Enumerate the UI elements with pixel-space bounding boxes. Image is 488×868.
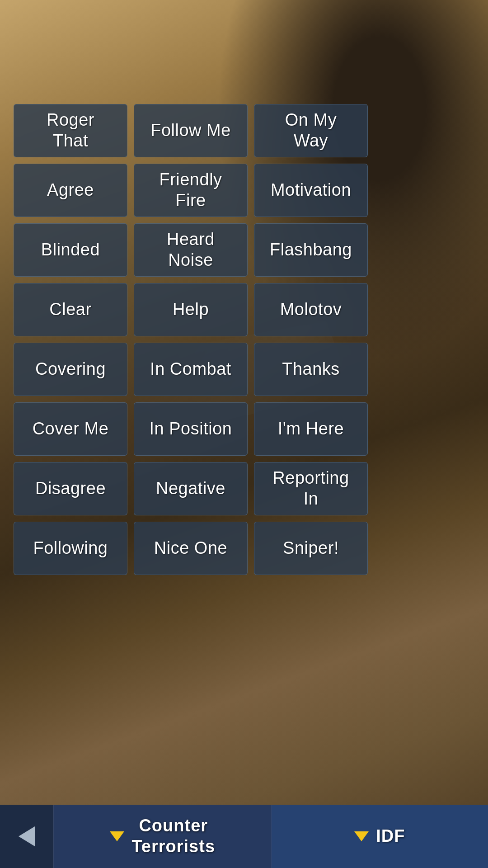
button-agree[interactable]: Agree (14, 164, 127, 217)
team-idf-button[interactable]: IDF (272, 805, 488, 868)
button-clear[interactable]: Clear (14, 283, 127, 336)
team-ct-label: CounterTerrorists (131, 816, 215, 857)
button-cover-me[interactable]: Cover Me (14, 402, 127, 456)
button-reporting-in[interactable]: ReportingIn (254, 462, 368, 515)
button-flashbang[interactable]: Flashbang (254, 223, 368, 277)
button-disagree[interactable]: Disagree (14, 462, 127, 515)
button-motivation[interactable]: Motivation (254, 164, 368, 217)
team-idf-label: IDF (376, 826, 405, 847)
back-arrow-icon (19, 826, 35, 846)
button-blinded[interactable]: Blinded (14, 223, 127, 277)
button-thanks[interactable]: Thanks (254, 343, 368, 396)
button-negative[interactable]: Negative (134, 462, 248, 515)
button-molotov[interactable]: Molotov (254, 283, 368, 336)
button-in-combat[interactable]: In Combat (134, 343, 248, 396)
bottom-bar: CounterTerrorists IDF (0, 805, 488, 868)
button-following[interactable]: Following (14, 522, 127, 575)
idf-dropdown-icon (354, 831, 369, 841)
button-sniper[interactable]: Sniper! (254, 522, 368, 575)
button-heard-noise[interactable]: HeardNoise (134, 223, 248, 277)
back-button[interactable] (0, 805, 54, 868)
button-in-position[interactable]: In Position (134, 402, 248, 456)
button-friendly-fire[interactable]: FriendlyFire (134, 164, 248, 217)
button-covering[interactable]: Covering (14, 343, 127, 396)
button-help[interactable]: Help (134, 283, 248, 336)
button-nice-one[interactable]: Nice One (134, 522, 248, 575)
button-roger-that[interactable]: RogerThat (14, 104, 127, 157)
button-im-here[interactable]: I'm Here (254, 402, 368, 456)
button-on-my-way[interactable]: On MyWay (254, 104, 368, 157)
ct-dropdown-icon (110, 831, 124, 841)
button-follow-me[interactable]: Follow Me (134, 104, 248, 157)
command-buttons-grid: RogerThat Follow Me On MyWay Agree Frien… (9, 104, 372, 575)
team-ct-button[interactable]: CounterTerrorists (54, 805, 272, 868)
